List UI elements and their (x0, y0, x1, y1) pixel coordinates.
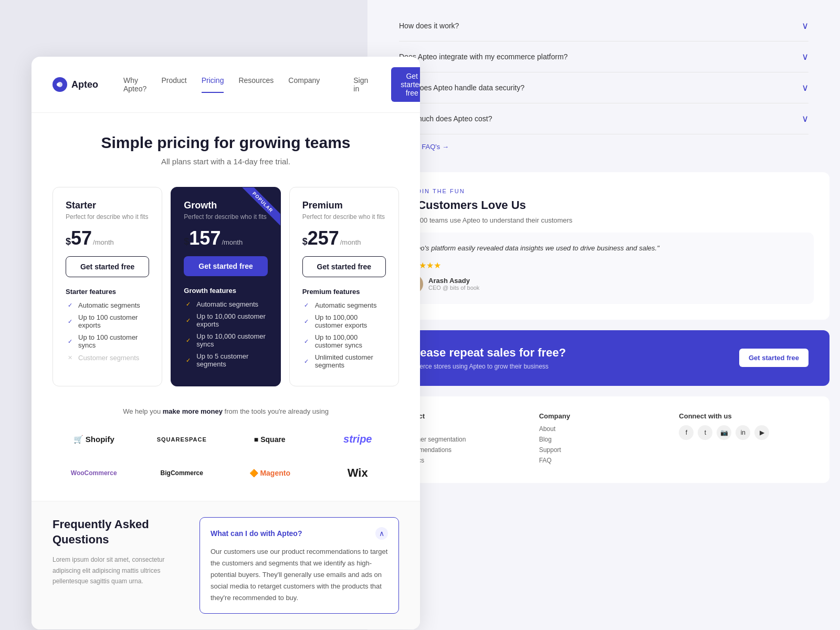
logo-icon (52, 77, 67, 92)
footer-company-heading: Company (539, 412, 669, 420)
faq-question: What can I do with Apteo? (211, 529, 302, 538)
nav-logo[interactable]: Apteo (52, 77, 98, 92)
logo-text: Apteo (71, 79, 98, 90)
cta-get-started-button[interactable]: Get started free (739, 349, 808, 367)
plan-cta-button[interactable]: Get started free (66, 256, 149, 277)
chevron-down-icon: ∨ (802, 82, 808, 93)
feature-item: ✓ Up to 10,000 customer exports (184, 312, 267, 328)
check-icon: ✓ (302, 301, 311, 309)
faq-answer: Our customers use our product recommenda… (211, 546, 388, 604)
nav-link-whyapteo[interactable]: Why Apteo? (123, 76, 146, 93)
partner-logo-woocommerce: WooCommerce (52, 464, 135, 482)
plan-cta-button[interactable]: Get started free (302, 256, 386, 277)
footer-company-link[interactable]: About (539, 425, 669, 433)
feature-item: ✓ Up to 100,000 customer syncs (302, 333, 386, 349)
plan-period: /month (340, 238, 361, 246)
bg-faq-item[interactable]: How does Apteo handle data security?∨ (399, 72, 808, 103)
join-tag: JOIN THE FUN (394, 188, 814, 194)
chevron-down-icon: ∨ (802, 113, 808, 124)
cross-icon: ✕ (66, 353, 74, 362)
plan-cta-button[interactable]: Get started free (184, 256, 267, 276)
testimonials-title: Our Customers Love Us (394, 198, 814, 212)
social-icon[interactable]: ▶ (754, 425, 769, 440)
nav-link-product[interactable]: Product (161, 76, 186, 93)
pricing-subtitle: All plans start with a 14-day free trial… (52, 157, 399, 166)
testimonials-subtitle: Over 1,000 teams use Apteo to understand… (394, 216, 814, 224)
check-icon: ✓ (184, 300, 192, 308)
plan-period: /month (93, 238, 114, 246)
plan-price: 157 (189, 229, 220, 248)
signin-link[interactable]: Sign in (353, 76, 368, 93)
partners-section: We help you make more money from the too… (32, 402, 420, 501)
svg-point-1 (57, 83, 60, 86)
plan-price: 257 (308, 229, 339, 248)
features-label: Premium features (302, 288, 386, 296)
plan-card-starter: Starter Perfect for describe who it fits… (52, 187, 162, 386)
testimonial-stars: ★★★★★ (404, 260, 803, 270)
footer-connect-heading: Connect with us (679, 412, 808, 420)
feature-list: ✓ Automatic segments ✓ Up to 100 custome… (66, 301, 149, 362)
feature-item: ✓ Automatic segments (66, 301, 149, 309)
feature-item: ✓ Up to 5 customer segments (184, 352, 267, 368)
feature-item: ✓ Automatic segments (302, 301, 386, 309)
partner-logo-square: ■ Square (228, 430, 311, 449)
faq-section: Frequently Asked Questions Lorem ipsum d… (32, 501, 420, 629)
nav-link-company[interactable]: Company (288, 76, 320, 93)
plan-name: Premium (302, 200, 386, 211)
faq-item: What can I do with Apteo? ∧ Our customer… (200, 517, 399, 614)
social-icon[interactable]: 📷 (717, 425, 731, 440)
partner-logo-bigcommerce: BigCommerce (141, 464, 224, 482)
plan-desc: Perfect for describe who it fits (66, 213, 149, 220)
cta-subtitle: ecommerce stores using Apteo to grow the… (399, 363, 566, 370)
plan-dollar: $ (66, 236, 71, 247)
bg-faq-item[interactable]: How does it work?∨ (399, 10, 808, 41)
main-nav: Apteo Why Apteo?ProductPricingResourcesC… (32, 57, 420, 113)
partner-logo-stripe: stripe (317, 428, 400, 450)
feature-item: ✓ Up to 100 customer syncs (66, 333, 149, 349)
bg-faq-item[interactable]: Does Apteo integrate with my ecommerce p… (399, 41, 808, 72)
plan-dollar: $ (302, 236, 308, 247)
nav-link-pricing[interactable]: Pricing (202, 76, 224, 93)
feature-list: ✓ Automatic segments ✓ Up to 100,000 cus… (302, 301, 386, 369)
feature-item: ✓ Up to 100,000 customer exports (302, 313, 386, 329)
plan-card-growth: POPULAR Growth Perfect for describe who … (171, 187, 280, 386)
check-icon: ✓ (184, 316, 192, 324)
chevron-down-icon: ∨ (802, 51, 808, 62)
faq-description: Lorem ipsum dolor sit amet, consectetur … (52, 554, 178, 586)
check-icon: ✓ (184, 336, 192, 344)
partner-logo-squarespace: SQUARESPACE (141, 431, 224, 448)
social-icon[interactable]: f (679, 425, 694, 440)
testimonial-quote: "Apteo's platform easily revealed data i… (404, 243, 803, 254)
nav-get-started-button[interactable]: Get started free (391, 67, 420, 102)
feature-item: ✓ Automatic segments (184, 300, 267, 308)
nav-link-resources[interactable]: Resources (238, 76, 274, 93)
faq-item-header[interactable]: What can I do with Apteo? ∧ (211, 527, 388, 540)
plan-dollar: $ (184, 236, 189, 247)
cta-title: increase repeat sales for free? (399, 346, 566, 360)
reviewer-name: Arash Asady (428, 277, 479, 285)
check-icon: ✓ (66, 317, 74, 326)
partners-note: We help you make more money from the too… (52, 407, 399, 415)
plan-period: /month (222, 238, 243, 246)
feature-item: ✓ Unlimited customer segments (302, 353, 386, 369)
check-icon: ✓ (302, 317, 311, 326)
social-icon[interactable]: in (736, 425, 750, 440)
partner-logo-magento: 🔶 Magento (228, 464, 311, 482)
check-icon: ✓ (302, 357, 311, 365)
plan-desc: Perfect for describe who it fits (184, 213, 267, 220)
footer-company-link[interactable]: Support (539, 446, 669, 454)
plan-desc: Perfect for describe who it fits (302, 213, 386, 220)
social-icon[interactable]: t (698, 425, 712, 440)
feature-item: ✓ Up to 10,000 customer syncs (184, 332, 267, 348)
feature-item: ✕ Customer segments (66, 353, 149, 362)
plan-card-premium: Premium Perfect for describe who it fits… (289, 187, 399, 386)
bg-faq-item[interactable]: How much does Apteo cost?∨ (399, 103, 808, 134)
footer-company-link[interactable]: FAQ (539, 457, 669, 464)
pricing-title: Simple pricing for growing teams (52, 134, 399, 152)
features-label: Growth features (184, 287, 267, 295)
pricing-cards-container: Starter Perfect for describe who it fits… (32, 176, 420, 402)
check-icon: ✓ (66, 301, 74, 309)
faq-title: Frequently Asked Questions (52, 517, 178, 547)
reviewer-title: CEO @ bits of book (428, 285, 479, 291)
footer-company-link[interactable]: Blog (539, 436, 669, 443)
